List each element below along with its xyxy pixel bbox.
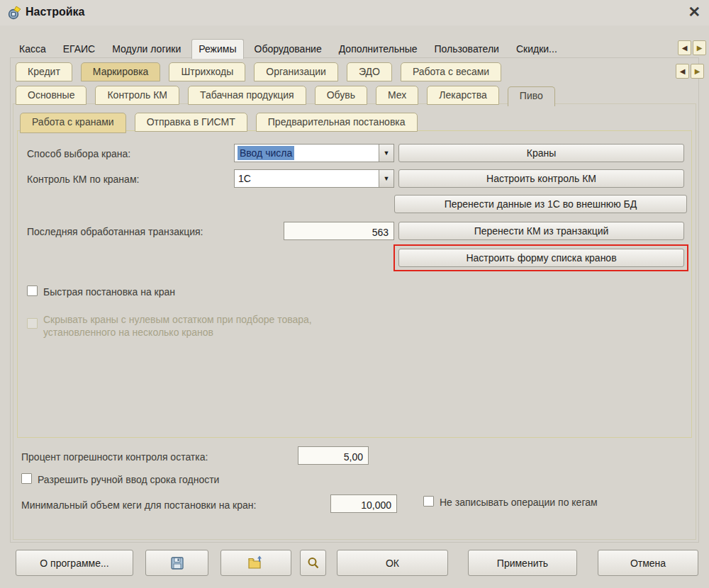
tab-logic-modules[interactable]: Модули логики bbox=[106, 40, 187, 59]
scroll-left-icon[interactable]: ◀ bbox=[678, 40, 691, 55]
tab-marking[interactable]: Маркировка bbox=[81, 62, 161, 81]
last-transaction-label: Последняя обработанная транзакция: bbox=[27, 226, 203, 237]
tap-select-dropdown[interactable]: Ввод числа ▼ bbox=[234, 144, 394, 162]
hide-taps-label: Скрывать краны с нулевым остатком при по… bbox=[43, 313, 384, 339]
no-keg-ops-checkbox[interactable] bbox=[423, 496, 434, 507]
tab-medicine[interactable]: Лекарства bbox=[427, 86, 498, 105]
km-control-dropdown[interactable]: 1С ▼ bbox=[234, 169, 394, 188]
settings-window-icon bbox=[7, 6, 21, 20]
no-keg-ops-label: Не записывать операции по кегам bbox=[440, 497, 598, 508]
taps-button[interactable]: Краны bbox=[398, 144, 684, 162]
tab-row-marking: Основные Контроль КМ Табачная продукция … bbox=[16, 86, 555, 105]
tab-equipment[interactable]: Оборудование bbox=[248, 40, 328, 59]
tab-edo[interactable]: ЭДО bbox=[347, 62, 392, 81]
scroll-right-icon[interactable]: ▶ bbox=[693, 40, 706, 55]
transfer-1c-button[interactable]: Перенести данные из 1С во внешнюю БД bbox=[394, 195, 687, 213]
tab-barcodes[interactable]: Штрихкоды bbox=[169, 62, 245, 81]
error-percent-field[interactable] bbox=[298, 446, 369, 465]
tab-km-control[interactable]: Контроль КМ bbox=[95, 86, 179, 105]
tab-discounts[interactable]: Скидки... bbox=[510, 40, 564, 59]
save-floppy-icon bbox=[169, 555, 185, 571]
hide-taps-checkbox bbox=[27, 318, 38, 329]
ok-button[interactable]: ОК bbox=[337, 550, 448, 576]
tab-row-beer: Работа с кранами Отправка в ГИСМТ Предва… bbox=[20, 113, 418, 132]
tap-select-label: Способ выбора крана: bbox=[27, 148, 130, 159]
tab-scales[interactable]: Работа с весами bbox=[401, 62, 501, 81]
manual-expiry-label: Разрешить ручной ввод срока годности bbox=[38, 474, 219, 485]
folder-upload-icon bbox=[247, 555, 264, 571]
min-keg-label: Минимальный объем кеги для постановки на… bbox=[21, 499, 256, 511]
manual-expiry-checkbox[interactable] bbox=[21, 473, 32, 484]
tab-egais[interactable]: ЕГАИС bbox=[57, 40, 102, 59]
about-button[interactable]: О программе... bbox=[16, 550, 133, 576]
error-percent-label: Процент погрешности контроля остатка: bbox=[21, 451, 208, 463]
scroll-left-icon[interactable]: ◀ bbox=[676, 64, 689, 79]
tab-row2-scroll: ◀ ▶ bbox=[676, 64, 704, 79]
tab-tobacco[interactable]: Табачная продукция bbox=[188, 86, 306, 105]
tab-basic[interactable]: Основные bbox=[16, 86, 86, 105]
search-button[interactable] bbox=[300, 550, 326, 576]
cancel-button[interactable]: Отмена bbox=[598, 550, 698, 576]
title-bar: Настройка ✕ bbox=[0, 0, 709, 26]
tab-beer[interactable]: Пиво bbox=[508, 86, 555, 106]
apply-button[interactable]: Применить bbox=[468, 550, 577, 576]
tab-additional[interactable]: Дополнительные bbox=[333, 40, 424, 59]
tab-users[interactable]: Пользователи bbox=[428, 40, 506, 59]
combo-spacer bbox=[294, 145, 379, 162]
transfer-km-button[interactable]: Перенести КМ из транзакций bbox=[398, 222, 684, 240]
red-highlight-box bbox=[393, 244, 688, 271]
close-icon[interactable]: ✕ bbox=[688, 4, 700, 21]
tab-credit[interactable]: Кредит bbox=[16, 62, 72, 81]
tab-gismt-send[interactable]: Отправка в ГИСМТ bbox=[135, 113, 247, 132]
tab-taps-work[interactable]: Работа с кранами bbox=[20, 113, 126, 133]
chevron-down-icon[interactable]: ▼ bbox=[379, 170, 393, 187]
configure-km-button[interactable]: Настроить контроль КМ bbox=[398, 169, 684, 188]
scroll-right-icon[interactable]: ▶ bbox=[691, 64, 704, 79]
chevron-down-icon[interactable]: ▼ bbox=[379, 145, 393, 162]
quick-mount-label: Быстрая постановка на кран bbox=[43, 286, 175, 298]
tab-shoes[interactable]: Обувь bbox=[315, 86, 367, 105]
tab-row-main: Касса ЕГАИС Модули логики Режимы Оборудо… bbox=[13, 39, 564, 59]
tab-modes[interactable]: Режимы bbox=[191, 39, 243, 59]
tab-preliminary[interactable]: Предварительная постановка bbox=[256, 113, 418, 132]
load-button[interactable] bbox=[220, 550, 291, 576]
tap-select-value: Ввод числа bbox=[238, 146, 294, 160]
tab-fur[interactable]: Мех bbox=[376, 86, 418, 105]
last-transaction-field[interactable] bbox=[284, 222, 394, 240]
min-keg-field[interactable] bbox=[330, 494, 397, 513]
save-button[interactable] bbox=[145, 550, 208, 576]
km-control-label: Контроль КМ по кранам: bbox=[27, 174, 139, 185]
window-title: Настройка bbox=[26, 6, 84, 18]
km-control-value: 1С bbox=[235, 170, 379, 187]
tab-organizations[interactable]: Организации bbox=[254, 62, 338, 81]
magnifier-icon bbox=[306, 556, 320, 570]
tab-kassa[interactable]: Касса bbox=[13, 40, 52, 59]
tab-row-modes: Кредит Маркировка Штрихкоды Организации … bbox=[16, 62, 501, 81]
tab-row1-scroll: ◀ ▶ bbox=[678, 40, 706, 55]
quick-mount-checkbox[interactable] bbox=[27, 285, 38, 296]
